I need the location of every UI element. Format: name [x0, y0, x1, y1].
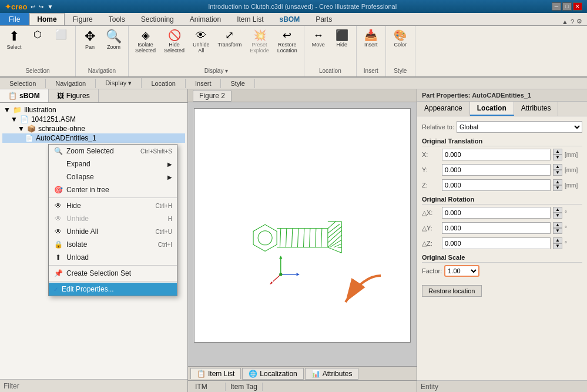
hide-icon: 🚫	[168, 30, 181, 41]
bottom-tab-localization[interactable]: 🌐 Localization	[242, 368, 303, 380]
translation-x-input[interactable]	[442, 149, 551, 160]
unhide-icon: 👁	[196, 30, 206, 41]
tab-sbom[interactable]: sBOM	[272, 13, 308, 25]
z-down-spinner[interactable]: ▼	[553, 185, 562, 191]
translation-z-input[interactable]	[442, 179, 551, 191]
ribbon-btn-isolate[interactable]: ◈ IsolateSelected	[132, 28, 159, 55]
rz-up-spinner[interactable]: ▲	[553, 237, 562, 243]
ctx-hide[interactable]: 👁 Hide Ctrl+H	[49, 199, 177, 212]
select2-icon: ⬡	[33, 30, 42, 39]
section-insert[interactable]: Insert	[186, 79, 222, 88]
quick-access-undo[interactable]: ↩	[31, 4, 35, 10]
ctx-unhide-all[interactable]: 👁 Unhide All Ctrl+U	[49, 225, 177, 238]
ribbon-btn-restore[interactable]: ↩ RestoreLocation	[274, 28, 300, 55]
factor-select[interactable]: 1.00	[444, 265, 479, 277]
tab-sectioning[interactable]: Sectioning	[133, 13, 182, 25]
tab-parts[interactable]: Parts	[308, 13, 340, 25]
z-up-spinner[interactable]: ▲	[553, 179, 562, 185]
rz-down-spinner[interactable]: ▼	[553, 243, 562, 249]
ctx-isolate[interactable]: 🔒 Isolate Ctrl+I	[49, 238, 177, 251]
tree-item-schraube[interactable]: ▼ 📦 schraube-ohne	[2, 124, 185, 133]
rotation-z-input[interactable]	[442, 237, 551, 249]
tree-item-autocad[interactable]: 📄 AutoCADEntities_1	[2, 133, 185, 143]
rx-down-spinner[interactable]: ▼	[553, 213, 562, 219]
ribbon-btn-hide[interactable]: 🚫 HideSelected	[161, 28, 187, 55]
restore-location-button[interactable]: Restore location	[422, 285, 482, 297]
translation-y-input[interactable]	[442, 164, 551, 176]
section-style[interactable]: Style	[221, 79, 254, 88]
tab-tools[interactable]: Tools	[101, 13, 133, 25]
ctx-expand[interactable]: Expand ▶	[49, 158, 177, 170]
ctx-zoom-selected[interactable]: 🔍 Zoom Selected Ctrl+Shift+S	[49, 145, 177, 158]
tab-animation[interactable]: Animation	[182, 13, 229, 25]
y-down-spinner[interactable]: ▼	[553, 170, 562, 176]
prop-tab-attributes[interactable]: Attributes	[514, 102, 559, 116]
settings-icon[interactable]: ⚙	[576, 18, 582, 25]
ribbon-btn-transform[interactable]: ⤢ Transform	[215, 28, 245, 49]
ribbon-btn-select[interactable]: ⬆ Select	[4, 28, 25, 52]
technical-drawing	[194, 109, 410, 342]
section-location[interactable]: Location	[142, 79, 186, 88]
bottom-tab-item-list[interactable]: 📋 Item List	[190, 368, 241, 379]
window-controls: ─ □ ✕	[552, 2, 582, 11]
ribbon-btn-color[interactable]: 🎨 Color	[390, 28, 411, 49]
sbom-icon: 📋	[8, 92, 17, 100]
section-display[interactable]: Display ▾	[96, 78, 142, 88]
navigation-label: Navigation	[88, 68, 116, 74]
tab-item-list[interactable]: Item List	[229, 13, 271, 25]
ry-down-spinner[interactable]: ▼	[553, 228, 562, 234]
ctx-collapse[interactable]: Collapse ▶	[49, 170, 177, 183]
ribbon-group-display: ◈ IsolateSelected 🚫 HideSelected 👁 Unhid…	[129, 26, 304, 76]
quick-access-redo[interactable]: ↪	[39, 4, 43, 10]
tab-file[interactable]: File	[0, 13, 29, 25]
ribbon-btn-lasso[interactable]: ⬜	[51, 28, 72, 41]
ribbon-btn-pan[interactable]: ✥ Pan	[79, 28, 100, 52]
tree-item-asm[interactable]: ▼ 📄 1041251.ASM	[2, 115, 185, 124]
figure-content[interactable]	[188, 102, 417, 366]
ribbon-group-navigation: ✥ Pan 🔍 Zoom Navigation	[76, 26, 129, 76]
help-icon[interactable]: ?	[571, 18, 574, 25]
ry-up-spinner[interactable]: ▲	[553, 222, 562, 228]
tab-home[interactable]: Home	[29, 13, 64, 25]
ribbon-pin-icon[interactable]: ▲	[562, 18, 568, 25]
tree-item-illustration[interactable]: ▼ 📁 Illustration	[2, 105, 185, 115]
ctx-center-in-tree[interactable]: 🎯 Center in tree	[49, 183, 177, 196]
section-selection[interactable]: Selection	[0, 79, 46, 88]
ribbon-btn-move[interactable]: ↔ Move	[308, 28, 329, 49]
display-buttons: ◈ IsolateSelected 🚫 HideSelected 👁 Unhid…	[132, 28, 300, 66]
section-navigation[interactable]: Navigation	[46, 79, 96, 88]
bottom-tab-attributes[interactable]: 📊 Attributes	[305, 368, 359, 380]
relative-to-select[interactable]: Global	[457, 121, 582, 133]
panel-tab-figures[interactable]: 🖼 Figures	[49, 89, 99, 102]
ry-spinners: ▲ ▼	[553, 222, 562, 234]
rotation-y-input[interactable]	[442, 222, 551, 234]
ribbon-btn-preset[interactable]: 💥 PresetExplode	[247, 28, 272, 55]
tab-figure[interactable]: Figure	[65, 13, 100, 25]
figure-tab-label[interactable]: Figure 2	[193, 90, 232, 102]
ribbon-btn-insert[interactable]: 📥 Insert	[360, 28, 381, 49]
ctx-unload[interactable]: ⬆ Unload	[49, 251, 177, 264]
localization-icon: 🌐	[249, 370, 257, 378]
y-up-spinner[interactable]: ▲	[553, 164, 562, 170]
ribbon-btn-unhide[interactable]: 👁 UnhideAll	[190, 28, 213, 55]
panel-tab-sbom[interactable]: 📋 sBOM	[0, 89, 49, 102]
ctx-create-selection-set[interactable]: 📌 Create Selection Set	[49, 267, 177, 280]
figure-inner	[194, 108, 411, 343]
minimize-button[interactable]: ─	[552, 2, 561, 11]
ribbon-btn-select2[interactable]: ⬡	[27, 28, 48, 41]
maximize-button[interactable]: □	[562, 2, 572, 11]
ctx-sep-3	[49, 281, 177, 282]
rotation-x-input[interactable]	[442, 207, 551, 219]
close-button[interactable]: ✕	[573, 2, 582, 11]
x-up-spinner[interactable]: ▲	[553, 149, 562, 155]
ribbon-group-location: ↔ Move ⬛ Hide Location	[304, 26, 357, 76]
ctx-edit-properties[interactable]: ✓ Edit Properties...	[49, 283, 177, 296]
quick-access-dropdown[interactable]: ▼	[47, 4, 53, 10]
prop-tab-location[interactable]: Location	[470, 102, 514, 116]
prop-tab-appearance[interactable]: Appearance	[417, 102, 470, 116]
x-down-spinner[interactable]: ▼	[553, 155, 562, 160]
ribbon-btn-zoom[interactable]: 🔍 Zoom	[103, 28, 125, 52]
svg-rect-0	[194, 160, 410, 290]
ribbon-btn-hide-location[interactable]: ⬛ Hide	[331, 28, 353, 49]
rx-up-spinner[interactable]: ▲	[553, 207, 562, 213]
